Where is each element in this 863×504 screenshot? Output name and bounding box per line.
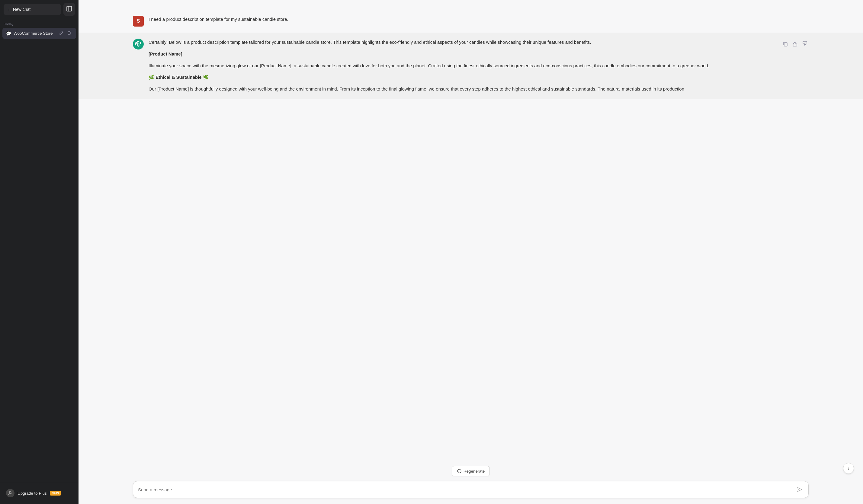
- send-button[interactable]: [796, 486, 803, 493]
- thumbs-down-button[interactable]: [801, 40, 809, 49]
- sidebar-top: + New chat: [0, 0, 78, 19]
- new-badge: NEW: [50, 491, 61, 495]
- user-avatar: S: [133, 16, 144, 27]
- plus-icon: +: [8, 7, 11, 12]
- upgrade-label: Upgrade to Plus: [17, 491, 47, 495]
- thumbs-down-icon: [802, 41, 808, 47]
- gpt-logo-icon: [135, 41, 141, 47]
- toggle-sidebar-button[interactable]: [63, 3, 75, 16]
- svg-rect-4: [784, 42, 787, 46]
- copy-icon: [783, 41, 788, 47]
- product-name-placeholder: [Product Name]: [149, 50, 777, 58]
- regenerate-label: Regenerate: [463, 469, 485, 474]
- main-content: S I need a product description template …: [78, 0, 863, 504]
- upgrade-to-plus-button[interactable]: Upgrade to Plus NEW: [4, 486, 75, 500]
- regenerate-button[interactable]: Regenerate: [452, 466, 490, 476]
- ethical-description-text: Our [Product Name] is thoughtfully desig…: [149, 85, 777, 93]
- today-label: Today: [0, 19, 78, 27]
- assistant-message-row: Certainly! Below is a product descriptio…: [78, 33, 863, 99]
- chat-container: S I need a product description template …: [78, 0, 863, 504]
- copy-message-button[interactable]: [781, 40, 789, 49]
- today-section: Today 💬 WooCommerce Store: [0, 19, 78, 39]
- message-input[interactable]: [138, 487, 793, 492]
- regenerate-icon: [457, 469, 462, 474]
- chat-bubble-icon: 💬: [6, 31, 11, 36]
- svg-point-3: [9, 491, 11, 493]
- svg-rect-0: [67, 7, 72, 11]
- person-icon: [8, 491, 13, 495]
- trash-icon: [67, 31, 71, 35]
- user-message-content: I need a product description template fo…: [149, 16, 809, 23]
- edit-chat-button[interactable]: [58, 30, 65, 37]
- svg-rect-2: [68, 32, 70, 34]
- assistant-message-actions: [781, 40, 809, 49]
- scroll-to-bottom-button[interactable]: ↓: [843, 463, 854, 474]
- assistant-avatar: [133, 39, 144, 50]
- thumbs-up-button[interactable]: [791, 40, 799, 49]
- chat-messages: S I need a product description template …: [78, 0, 863, 464]
- input-area: [78, 477, 863, 504]
- user-message-text: I need a product description template fo…: [149, 16, 809, 23]
- sidebar-toggle-icon: [66, 6, 72, 11]
- scroll-down-icon: ↓: [848, 466, 850, 471]
- user-avatar-icon: [6, 489, 14, 497]
- input-box: [133, 481, 809, 498]
- delete-chat-button[interactable]: [66, 30, 73, 37]
- send-icon: [797, 487, 802, 492]
- chat-item-label: WooCommerce Store: [14, 31, 55, 36]
- ethical-section-heading: 🌿 Ethical & Sustainable 🌿: [149, 74, 777, 81]
- chat-item-actions: [58, 30, 73, 37]
- regenerate-area: Regenerate: [78, 464, 863, 477]
- assistant-intro-text: Certainly! Below is a product descriptio…: [149, 39, 777, 46]
- new-chat-label: New chat: [13, 7, 30, 12]
- sidebar-footer: Upgrade to Plus NEW: [0, 482, 78, 504]
- thumbs-up-icon: [792, 41, 798, 47]
- assistant-message-content: Certainly! Below is a product descriptio…: [149, 39, 777, 93]
- sidebar: + New chat Today 💬 WooCommerce Store: [0, 0, 78, 504]
- sidebar-item-woocommerce-store[interactable]: 💬 WooCommerce Store: [2, 28, 76, 39]
- product-description-text: Illuminate your space with the mesmerizi…: [149, 62, 777, 70]
- new-chat-button[interactable]: + New chat: [4, 4, 61, 15]
- edit-icon: [59, 31, 63, 35]
- user-message-row: S I need a product description template …: [78, 10, 863, 33]
